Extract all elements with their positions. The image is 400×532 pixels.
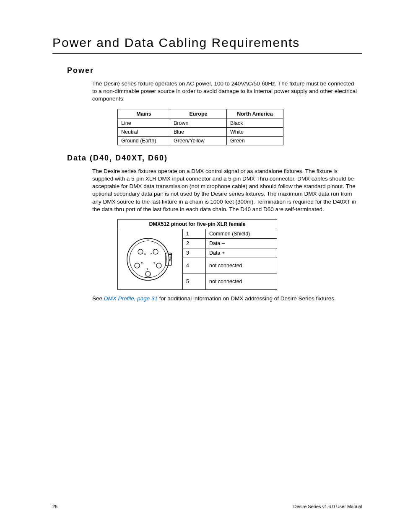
cell: not connected	[206, 274, 277, 289]
cell: Data –	[206, 238, 277, 248]
cell: Brown	[170, 119, 227, 127]
page-title: Power and Data Cabling Requirements	[52, 36, 362, 54]
dmx-profile-link[interactable]: DMX Profile, page 31	[104, 295, 158, 302]
xlr-connector-icon: 1 2 3 4 5 Push	[123, 234, 177, 284]
power-paragraph: The Desire series fixture operates on AC…	[92, 80, 360, 103]
power-heading: Power	[67, 66, 362, 75]
pinout-table: DMX512 pinout for five-pin XLR female 1	[117, 219, 277, 290]
svg-point-3	[135, 263, 140, 268]
text-prefix: See	[92, 295, 104, 302]
cell: Green/Yellow	[170, 136, 227, 145]
svg-point-0	[127, 238, 169, 280]
cell: 3	[183, 248, 206, 258]
data-heading: Data (D40, D40XT, D60)	[67, 154, 362, 163]
svg-text:3: 3	[153, 261, 156, 265]
table-row: Ground (Earth) Green/Yellow Green	[118, 136, 283, 145]
data-footer-text: See DMX Profile, page 31 for additional …	[92, 295, 360, 302]
cell: Data +	[206, 248, 277, 258]
cell: Neutral	[118, 127, 170, 136]
table-row: Line Brown Black	[118, 119, 283, 127]
table-row: 1 2 3 4 5 Push 1 Common (Shield)	[118, 229, 277, 238]
cell: 4	[183, 258, 206, 274]
pinout-header: DMX512 pinout for five-pin XLR female	[118, 219, 277, 229]
text-suffix: for additional information on DMX addres…	[158, 295, 336, 302]
cell: 1	[183, 229, 206, 238]
cell: Line	[118, 119, 170, 127]
cell: Black	[227, 119, 283, 127]
svg-point-4	[156, 263, 161, 268]
mains-header-0: Mains	[118, 109, 170, 119]
svg-text:Push: Push	[169, 253, 173, 261]
mains-header-1: Europe	[170, 109, 227, 119]
svg-text:5: 5	[151, 252, 153, 256]
cell: 2	[183, 238, 206, 248]
cell: Ground (Earth)	[118, 136, 170, 145]
page-footer: 26 Desire Series v1.6.0 User Manual	[52, 504, 362, 509]
mains-table: Mains Europe North America Line Brown Bl…	[117, 109, 283, 145]
svg-point-6	[153, 249, 158, 254]
mains-header-2: North America	[227, 109, 283, 119]
svg-text:4: 4	[144, 252, 146, 256]
svg-point-1	[130, 241, 166, 278]
cell: Green	[227, 136, 283, 145]
svg-point-2	[145, 271, 151, 276]
svg-text:2: 2	[141, 261, 143, 265]
connector-diagram-cell: 1 2 3 4 5 Push	[118, 229, 183, 289]
doc-title: Desire Series v1.6.0 User Manual	[294, 504, 362, 509]
data-paragraph: The Desire series fixtures operate on a …	[92, 168, 360, 213]
page-number: 26	[52, 504, 57, 509]
cell: Blue	[170, 127, 227, 136]
svg-point-5	[138, 249, 143, 254]
cell: Common (Shield)	[206, 229, 277, 238]
cell: White	[227, 127, 283, 136]
svg-text:1: 1	[146, 267, 148, 271]
cell: 5	[183, 274, 206, 289]
table-row: Neutral Blue White	[118, 127, 283, 136]
cell: not connected	[206, 258, 277, 274]
